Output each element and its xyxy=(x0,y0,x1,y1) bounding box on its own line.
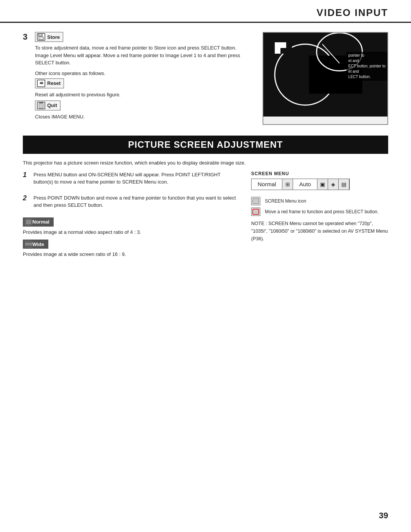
reset-icon xyxy=(37,80,45,87)
svg-rect-14 xyxy=(286,42,292,48)
svg-rect-12 xyxy=(275,42,280,48)
store-instruction-text: To store adjustment data, move a red fra… xyxy=(35,44,251,67)
screen-menu-widget-area: Normal ⊞ Auto ▣ ◈ ▤ xyxy=(251,179,388,193)
screen-icon-row-2: Move a red frame to function and press S… xyxy=(251,208,388,216)
bottom-right: SCREEN MENU Normal ⊞ Auto ▣ ◈ ▤ xyxy=(251,171,388,262)
step-1-number: 1 xyxy=(23,171,30,179)
menu-icon-expand: ⊞ xyxy=(282,179,293,190)
step-1: 1 Press MENU button and ON-SCREEN MENU w… xyxy=(23,171,240,190)
svg-rect-18 xyxy=(286,48,292,54)
svg-rect-7 xyxy=(40,102,43,103)
store-label: Store xyxy=(47,34,60,40)
menu-normal: Normal xyxy=(252,179,282,189)
normal-label-box: Normal xyxy=(23,217,54,227)
screen-menu-label: SCREEN MENU xyxy=(251,171,388,176)
main-content: 3 Store To store adjustment data, move a… xyxy=(0,23,411,262)
quit-icon-row: Quit xyxy=(35,101,251,113)
screen-icon-rows: SCREEN Menu icon Move a red frame to fun… xyxy=(251,197,388,216)
section-intro: This projector has a picture screen resi… xyxy=(23,160,388,166)
screenshot-overlay-text: pointer to et and ECT button. pointer to… xyxy=(346,52,387,81)
svg-rect-6 xyxy=(39,103,43,108)
reset-icon-box: Reset xyxy=(35,78,64,88)
menu-icon-3: ▤ xyxy=(339,179,349,190)
reset-icon-row: Reset xyxy=(35,78,251,91)
page-header: VIDEO INPUT xyxy=(0,0,411,23)
quit-label: Quit xyxy=(47,102,57,108)
section-header: PICTURE SCREEN ADJUSTMENT xyxy=(23,136,388,154)
svg-rect-11 xyxy=(269,42,275,48)
svg-rect-27 xyxy=(253,209,259,214)
screen-menu-widget: Normal ⊞ Auto ▣ ◈ ▤ xyxy=(251,179,350,190)
step-2: 2 Press POINT DOWN button and move a red… xyxy=(23,194,240,213)
wide-section: Wide Provides image at a wide screen rat… xyxy=(23,240,240,258)
step-3-row: 3 Store To store adjustment data, move a… xyxy=(23,32,251,123)
normal-section: Normal Provides image at a normal video … xyxy=(23,217,240,236)
reset-description: Reset all adjustment to previous figure. xyxy=(35,92,251,97)
left-instructions: 3 Store To store adjustment data, move a… xyxy=(23,32,251,125)
screen-icon-svg-1 xyxy=(252,198,259,204)
wide-label-box: Wide xyxy=(23,240,48,249)
svg-rect-25 xyxy=(25,243,32,246)
wide-description: Provides image at a wide screen ratio of… xyxy=(23,251,240,258)
svg-rect-17 xyxy=(280,48,286,54)
page-title: VIDEO INPUT xyxy=(317,7,388,19)
page-number: 39 xyxy=(379,511,388,521)
normal-label: Normal xyxy=(32,219,49,225)
store-icon-box: Store xyxy=(35,32,63,42)
reset-label: Reset xyxy=(47,80,61,86)
screen-menu-frame-text: Move a red frame to function and press S… xyxy=(265,208,379,215)
step-2-number: 2 xyxy=(23,194,30,202)
top-section: 3 Store To store adjustment data, move a… xyxy=(23,32,388,125)
menu-icon-2: ◈ xyxy=(328,179,339,190)
bottom-section: 1 Press MENU button and ON-SCREEN MENU w… xyxy=(23,171,388,262)
wide-label: Wide xyxy=(32,241,44,247)
other-icons-label: Other icons operates as follows. xyxy=(35,70,251,76)
screen-menu-icon-label: SCREEN Menu icon xyxy=(265,198,306,204)
store-icon xyxy=(37,33,45,41)
screen-icon-svg-2 xyxy=(252,209,259,215)
screen-small-icon-2 xyxy=(251,208,260,216)
screenshot-area: pointer to et and ECT button. pointer to… xyxy=(263,32,388,125)
step-3-content: Store To store adjustment data, move a r… xyxy=(35,32,251,123)
menu-icon-1: ▣ xyxy=(317,179,328,190)
quit-description: Closes IMAGE MENU. xyxy=(35,114,251,120)
note-text: NOTE : SCREEN Menu cannot be operated wh… xyxy=(251,220,388,243)
quit-icon xyxy=(37,102,45,109)
step-1-text: Press MENU button and ON-SCREEN MENU wil… xyxy=(33,171,240,186)
svg-rect-23 xyxy=(26,220,31,224)
quit-icon-box: Quit xyxy=(35,101,61,110)
step-3-number: 3 xyxy=(23,32,32,42)
svg-rect-2 xyxy=(39,37,43,40)
wide-icon xyxy=(25,241,32,248)
screenshot-inner: pointer to et and ECT button. pointer to… xyxy=(263,33,387,117)
normal-description: Provides image at a normal video aspect … xyxy=(23,228,240,236)
svg-rect-15 xyxy=(269,48,275,54)
svg-rect-3 xyxy=(40,34,41,36)
svg-rect-10 xyxy=(275,37,280,42)
screen-small-icon-1 xyxy=(251,197,260,205)
menu-auto: Auto xyxy=(293,179,317,189)
step-2-text: Press POINT DOWN button and move a red f… xyxy=(33,194,240,209)
svg-rect-16 xyxy=(275,48,280,54)
svg-rect-26 xyxy=(253,198,259,204)
normal-icon xyxy=(25,219,32,225)
svg-rect-13 xyxy=(280,42,286,48)
bottom-left: 1 Press MENU button and ON-SCREEN MENU w… xyxy=(23,171,240,262)
screen-icon-row-1: SCREEN Menu icon xyxy=(251,197,388,205)
